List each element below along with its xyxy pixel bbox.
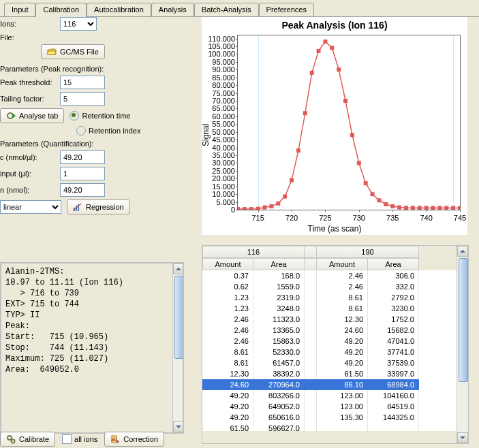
cell-spacer — [305, 347, 317, 358]
scroll-thumb[interactable] — [459, 258, 468, 382]
table-cell: 596627.0 — [253, 423, 305, 431]
svg-rect-8 — [263, 206, 267, 210]
table-cell: 49.20 — [202, 401, 253, 413]
table-body: 0.37168.02.46306.00.621559.02.46332.01.2… — [202, 270, 457, 431]
table-row[interactable]: 2.4613365.024.6015682.0 — [202, 325, 457, 336]
svg-rect-32 — [424, 206, 429, 210]
table-row[interactable]: 12.3038392.061.5033997.0 — [202, 368, 457, 379]
cell-spacer — [305, 423, 317, 431]
tailing-factor-input[interactable] — [60, 92, 105, 106]
svg-rect-37 — [458, 206, 460, 210]
calibrate-button-label: Calibrate — [19, 435, 49, 443]
scroll-down-button[interactable] — [173, 421, 184, 432]
table-cell: 270964.0 — [253, 379, 305, 391]
scroll-up-button[interactable] — [457, 246, 468, 257]
tab-input[interactable]: Input — [4, 3, 35, 16]
correction-icon: ab — [110, 434, 120, 444]
gcms-file-button-label: GC/MS File — [60, 48, 99, 56]
table-cell: 2.46 — [317, 270, 368, 282]
log-scrollbar[interactable] — [172, 263, 184, 432]
calibrate-button[interactable]: Calibrate — [0, 432, 55, 447]
cell-spacer — [305, 379, 317, 391]
tab-calibration[interactable]: Calibration — [35, 3, 87, 17]
table-cell: 24.60 — [317, 325, 368, 336]
svg-rect-31 — [418, 206, 422, 210]
table-row[interactable]: 61.50596627.0 — [202, 423, 457, 431]
table-row[interactable]: 2.4615863.049.2047041.0 — [202, 336, 457, 347]
scroll-thumb[interactable] — [174, 276, 184, 359]
table-row[interactable]: 1.233248.08.613230.0 — [202, 303, 457, 314]
regression-button[interactable]: Regression — [67, 199, 130, 214]
table-cell: 1.23 — [202, 303, 253, 315]
col-area-1[interactable]: Area — [253, 258, 305, 270]
table-cell: 803266.0 — [253, 390, 305, 402]
table-cell: 3248.0 — [253, 303, 305, 315]
scroll-up-button[interactable] — [173, 263, 184, 274]
inputul-input[interactable] — [60, 167, 105, 180]
table-row[interactable]: 49.20803266.0123.00104160.0 — [202, 390, 457, 401]
method-select[interactable]: linear — [0, 200, 61, 214]
table-row[interactable]: 0.37168.02.46306.0 — [202, 270, 457, 281]
ions-label: Ions: — [0, 20, 60, 28]
table-cell: 38392.0 — [253, 368, 305, 380]
col-amount-1[interactable]: Amount — [202, 258, 253, 270]
gear-play-icon — [6, 111, 16, 121]
table-cell: 49.20 — [317, 336, 368, 347]
gcms-file-button[interactable]: GC/MS File — [41, 44, 105, 59]
table-cell: 8.61 — [202, 357, 253, 369]
n-input[interactable] — [60, 183, 105, 197]
table-cell — [317, 423, 368, 431]
correction-button-label: Correction — [123, 435, 158, 443]
retention-index-radio[interactable] — [76, 126, 86, 135]
svg-rect-10 — [276, 202, 280, 206]
svg-rect-25 — [377, 198, 381, 202]
col-group-190[interactable]: 190 — [317, 246, 419, 258]
table-row[interactable]: 0.621559.02.46332.0 — [202, 281, 457, 292]
peak-threshold-input[interactable] — [60, 76, 105, 89]
table-row[interactable]: 49.20649052.0123.0084519.0 — [202, 401, 457, 412]
tab-preferences[interactable]: Preferences — [259, 3, 314, 16]
table-scrollbar[interactable] — [457, 246, 468, 443]
svg-rect-6 — [249, 207, 253, 210]
correction-button[interactable]: ab Correction — [104, 432, 164, 447]
n-label: n (nmol): — [0, 186, 60, 194]
table-row[interactable]: 24.60270964.086.1068984.0 — [202, 379, 457, 390]
cell-spacer — [305, 292, 317, 304]
table-cell: 12.30 — [317, 314, 368, 325]
col-amount-2[interactable]: Amount — [317, 258, 368, 270]
params-quant-title: Parameters (Quantification): — [0, 140, 183, 148]
cell-spacer — [305, 314, 317, 325]
table-row[interactable]: 1.232319.08.612792.0 — [202, 292, 457, 303]
table-cell: 306.0 — [368, 270, 419, 282]
table-row[interactable]: 49.20650616.0135.30144325.0 — [202, 412, 457, 423]
table-row[interactable]: 2.4611323.012.301752.0 — [202, 314, 457, 325]
peak-chart: Peak Analysis (Ion 116) 7157207257307357… — [202, 17, 467, 235]
table-row[interactable]: 8.6161457.049.2037539.0 — [202, 357, 457, 368]
retention-time-radio[interactable] — [69, 111, 79, 121]
tab-batch-analysis[interactable]: Batch-Analysis — [194, 3, 259, 16]
chart-plot-area: 71572072573073574074505.00010.00015.0002… — [237, 35, 461, 210]
chevron-up-icon — [176, 268, 181, 270]
scroll-down-button[interactable] — [457, 432, 468, 443]
ions-select[interactable]: 116 — [60, 17, 97, 31]
chart-xlabel: Time (as scan) — [202, 224, 467, 234]
gears-icon — [6, 434, 16, 444]
tab-autocalibration[interactable]: Autocalibration — [87, 3, 151, 16]
all-ions-checkbox[interactable] — [62, 434, 72, 444]
table-row[interactable]: 8.6152330.049.2037741.0 — [202, 347, 457, 357]
svg-rect-15 — [310, 71, 314, 75]
col-area-2[interactable]: Area — [368, 258, 419, 270]
tab-analysis[interactable]: Analysis — [151, 3, 194, 16]
analyse-tab-label: Analyse tab — [19, 112, 58, 120]
table-cell: 2.46 — [317, 281, 368, 293]
table-cell: 1.23 — [202, 292, 253, 304]
folder-open-icon — [47, 47, 57, 57]
svg-rect-26 — [384, 202, 388, 206]
data-table: 116 190 Amount Area Amount Area 0.37168.… — [202, 245, 469, 444]
analyse-tab-button[interactable]: Analyse tab — [0, 108, 64, 123]
col-group-116[interactable]: 116 — [202, 246, 305, 258]
regression-button-label: Regression — [86, 203, 124, 211]
c-input[interactable] — [60, 150, 105, 164]
table-cell: 104160.0 — [368, 390, 419, 402]
table-cell: 15682.0 — [368, 325, 419, 336]
